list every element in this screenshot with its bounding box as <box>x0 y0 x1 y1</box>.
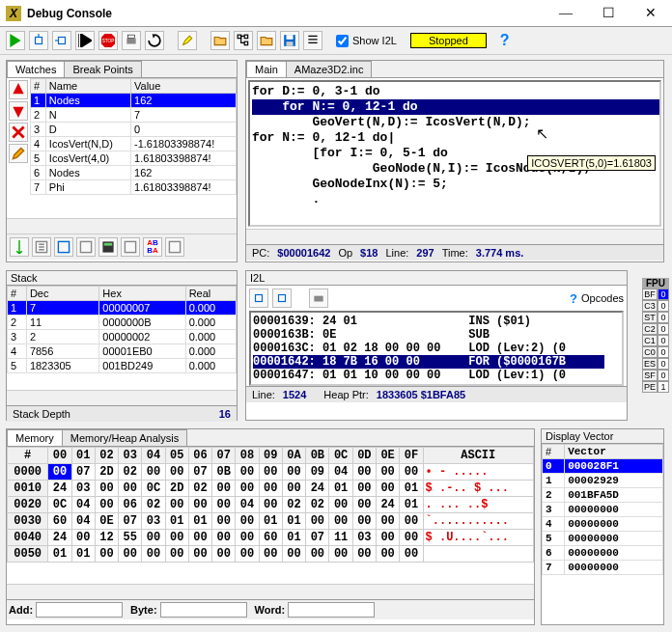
scrollbar-h[interactable] <box>246 229 663 244</box>
memory-row[interactable]: 003060040E07030101000001010000000000`...… <box>8 513 534 530</box>
opcodes-label[interactable]: Opcodes <box>581 292 624 304</box>
stack-row[interactable]: 32000000020.000 <box>8 330 237 344</box>
vector-row[interactable]: 100002929 <box>543 474 663 488</box>
stack-row[interactable]: 51823305001BD2490.000 <box>8 359 237 373</box>
source-pane: Main AMaze3D2.inc for D:= 0, 3-1 do for … <box>245 60 664 262</box>
highlight-button[interactable] <box>178 31 197 50</box>
memory-row[interactable]: 005001010000000000000000000000000000 <box>8 546 534 563</box>
memory-row[interactable]: 0010240300000C2D02000000002401000001$ .-… <box>8 481 534 497</box>
list-button[interactable] <box>303 31 322 50</box>
memory-row[interactable]: 00200C040006020000000400020200002401. ..… <box>8 497 534 513</box>
svg-rect-16 <box>104 243 112 246</box>
stack-title: Stack <box>7 271 237 286</box>
i2l-tool-2[interactable] <box>272 289 292 308</box>
minimize-button[interactable]: — <box>545 0 587 27</box>
watch-row[interactable]: 3D0 <box>31 123 237 137</box>
open-button[interactable] <box>210 31 230 50</box>
vector-row[interactable]: 700000000 <box>543 561 663 575</box>
add-input[interactable] <box>36 602 123 618</box>
byte-input[interactable] <box>160 602 247 618</box>
memory-table[interactable]: #000102030405060708090A0B0C0D0E0FASCII00… <box>7 447 534 563</box>
step-over-button[interactable] <box>29 31 48 50</box>
vector-row[interactable]: 500000000 <box>543 532 663 546</box>
watch-tool-7[interactable]: ABBA <box>143 237 162 257</box>
watch-row[interactable]: 1Nodes162 <box>31 94 237 108</box>
scrollbar-h[interactable] <box>7 390 237 405</box>
memory-row[interactable]: 000000072D020000070B0000000904000000• - … <box>8 464 534 481</box>
vector-row[interactable]: 400000000 <box>543 517 663 532</box>
watch-tool-6[interactable] <box>121 237 140 257</box>
svg-rect-18 <box>169 241 180 252</box>
watch-row[interactable]: 5IcosVert(4,0)1.61803398874! <box>31 151 237 166</box>
close-button[interactable]: ✕ <box>630 0 672 27</box>
refresh-button[interactable] <box>145 31 164 50</box>
watch-tool-calc[interactable] <box>98 237 118 257</box>
run-button[interactable] <box>6 31 25 50</box>
source-code[interactable]: for D:= 0, 3-1 do for N:= 0, 12-1 do Geo… <box>250 82 659 209</box>
step-into-button[interactable] <box>52 31 71 50</box>
maximize-button[interactable]: ☐ <box>587 0 630 27</box>
fpu-panel: FPU BF0C30ST0C20C10C00ES0SF0PE1 <box>642 278 669 393</box>
cursor-icon: ↖ <box>536 124 548 143</box>
stack-table: #DecHexReal 17000000070.0002110000000B0.… <box>7 286 237 373</box>
svg-rect-11 <box>287 41 294 46</box>
tab-amaze[interactable]: AMaze3D2.inc <box>286 61 373 77</box>
restart-button[interactable] <box>75 31 95 50</box>
show-i2l-checkbox[interactable] <box>336 35 349 47</box>
scrollbar-h[interactable] <box>7 218 237 234</box>
show-i2l-label: Show I2L <box>352 35 397 46</box>
value-tooltip: ICOSVERT(5,0)=1.61803 <box>527 155 656 171</box>
move-down-button[interactable] <box>9 101 28 121</box>
stop-button[interactable]: STOP <box>98 31 118 50</box>
vector-row[interactable]: 0000028F1 <box>543 459 663 474</box>
app-icon: X <box>6 6 21 21</box>
memory-row[interactable]: 004024001255000000000060010711030000$ .U… <box>8 530 534 546</box>
stack-pane: Stack #DecHexReal 17000000070.0002110000… <box>6 270 238 421</box>
stack-row[interactable]: 2110000000B0.000 <box>8 316 237 330</box>
scrollbar-h[interactable] <box>7 584 534 599</box>
i2l-print-button[interactable] <box>309 289 328 308</box>
delete-watch-button[interactable] <box>9 123 28 142</box>
watch-row[interactable]: 6Nodes162 <box>31 166 237 180</box>
print-button[interactable] <box>122 31 141 50</box>
svg-rect-8 <box>244 41 247 45</box>
edit-watch-button[interactable] <box>9 144 28 163</box>
main-toolbar: STOP Show I2L Stopped ? <box>0 27 672 55</box>
tab-watches[interactable]: Watches <box>7 61 65 77</box>
vector-row[interactable]: 600000000 <box>543 546 663 561</box>
svg-text:STOP: STOP <box>102 39 115 43</box>
i2l-pane: I2L ? Opcodes 00001639: 24 01 INS ($01)0… <box>245 270 628 421</box>
watch-tool-1[interactable] <box>10 237 29 257</box>
i2l-tool-1[interactable] <box>249 289 268 308</box>
tab-main[interactable]: Main <box>246 61 287 77</box>
watch-tool-2[interactable] <box>32 237 51 257</box>
tab-heap[interactable]: Memory/Heap Analysis <box>62 429 188 446</box>
move-up-button[interactable] <box>9 80 28 99</box>
svg-rect-4 <box>126 39 135 44</box>
vector-pane: Display Vector #Vector 0000028F110000292… <box>541 428 664 625</box>
word-input[interactable] <box>288 602 375 618</box>
stack-row[interactable]: 4785600001EB00.000 <box>8 344 237 359</box>
svg-rect-7 <box>244 35 247 39</box>
save-button[interactable] <box>280 31 299 50</box>
watch-row[interactable]: 2N7 <box>31 108 237 123</box>
tab-breakpoints[interactable]: Break Points <box>64 61 141 77</box>
vector-row[interactable]: 2001BFA5D <box>543 488 663 503</box>
tab-memory[interactable]: Memory <box>7 429 63 446</box>
window-title: Debug Console <box>27 7 545 20</box>
tree-button[interactable] <box>234 31 253 50</box>
watch-row[interactable]: 4IcosVert(N,D)-1.61803398874! <box>31 137 237 151</box>
svg-rect-5 <box>128 35 135 39</box>
watch-row[interactable]: 7Phi1.61803398874! <box>31 180 237 195</box>
watches-pane: Watches Break Points #NameValue 1Nodes16… <box>6 60 238 262</box>
i2l-listing[interactable]: 00001639: 24 01 INS ($01)0000163B: 0E SU… <box>251 313 622 384</box>
watch-tool-3[interactable] <box>54 237 73 257</box>
folder-button[interactable] <box>257 31 276 50</box>
i2l-help-button[interactable]: ? <box>570 291 577 306</box>
help-button[interactable]: ? <box>500 32 510 49</box>
vector-row[interactable]: 300000000 <box>543 503 663 517</box>
i2l-title: I2L <box>246 271 627 286</box>
stack-row[interactable]: 17000000070.000 <box>8 301 237 316</box>
watch-tool-8[interactable] <box>165 237 184 257</box>
watch-tool-4[interactable] <box>76 237 96 257</box>
